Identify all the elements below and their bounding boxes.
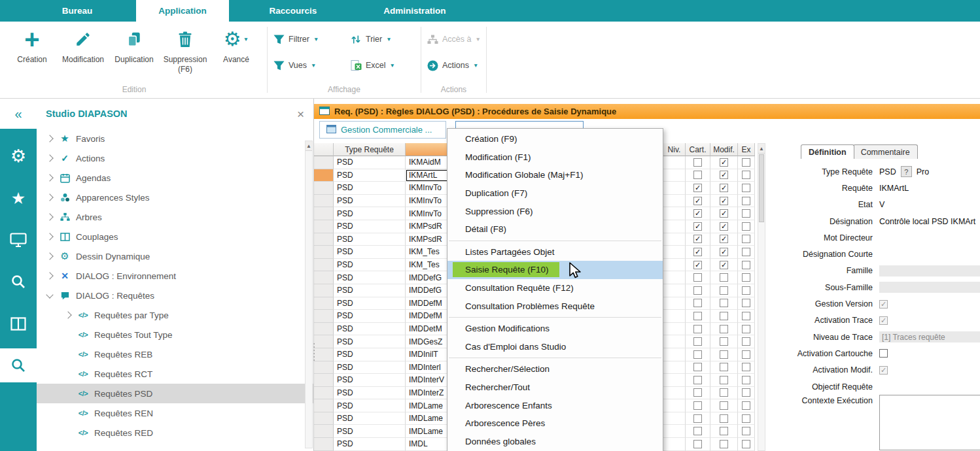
menu-item-modification-f1[interactable]: Modification (F1) [447,148,663,167]
cell-ex[interactable] [738,156,755,169]
activity-search-icon[interactable] [0,348,37,382]
row-selector[interactable] [314,335,334,348]
cell-ex[interactable] [738,169,755,182]
checkbox[interactable] [720,286,728,295]
cell-modif[interactable] [710,438,738,451]
chevron-right-icon[interactable] [46,213,53,220]
row-selector[interactable] [314,438,334,451]
checkbox[interactable] [742,261,750,269]
checkbox[interactable] [693,325,702,333]
column-header-type-requete[interactable]: Type Requête [334,143,406,156]
checkbox[interactable] [742,376,750,384]
cell-type-requete[interactable]: PSD [334,207,406,220]
tree-item-dessin-dynamique[interactable]: ⚙Dessin Dynamique [37,246,313,266]
cell-cartouche[interactable]: ✓ [686,195,710,208]
cell-type-requete[interactable]: PSD [334,374,406,387]
column-header-selector[interactable] [314,143,334,156]
cell-niv[interactable] [663,348,686,361]
menu-item-consultation-requete-f12[interactable]: Consultation Requête (F12) [447,279,663,297]
cell-type-requete[interactable]: PSD [334,233,406,246]
chevron-right-icon[interactable] [64,311,71,318]
cell-type-requete[interactable]: PSD [334,271,406,284]
chevron-right-icon[interactable] [46,252,53,259]
checkbox[interactable] [720,427,728,435]
cell-cartouche[interactable] [686,374,710,387]
checkbox[interactable] [742,440,750,448]
cell-cartouche[interactable] [686,156,710,169]
checkbox[interactable] [693,401,702,410]
tab-commentaire[interactable]: Commentaire [853,144,918,159]
cell-type-requete[interactable]: PSD [334,323,406,336]
vues-button[interactable]: Vues ▼ [273,58,346,73]
cell-cartouche[interactable]: ✓ [686,233,710,246]
menubar-tab-application[interactable]: Application [136,0,229,22]
field-value[interactable]: V [879,200,884,209]
tree-item-favoris[interactable]: ★Favoris [37,129,313,148]
chevron-right-icon[interactable] [46,154,53,161]
row-selector[interactable] [314,195,334,208]
cell-ex[interactable] [738,387,755,400]
checkbox[interactable]: ✓ [720,222,728,231]
cell-cartouche[interactable] [686,271,710,284]
cell-cartouche[interactable]: ✓ [686,182,710,195]
cell-modif[interactable] [710,284,738,297]
cell-ex[interactable] [738,195,755,208]
column-header-ex[interactable]: Ex [738,143,755,156]
cell-type-requete[interactable]: PSD [334,438,406,451]
cell-niv[interactable] [663,297,686,310]
cell-niv[interactable] [663,169,686,182]
scroll-up-icon[interactable]: ▲ [758,144,765,154]
cell-ex[interactable] [738,412,755,426]
cell-ex[interactable] [738,233,755,246]
checkbox[interactable] [742,401,750,410]
help-button[interactable]: ? [901,166,912,177]
cell-cartouche[interactable] [686,387,710,400]
checkbox[interactable] [742,312,750,320]
menu-item-rechercher-selection[interactable]: Rechercher/Sélection [447,360,663,378]
chevron-right-icon[interactable] [46,233,53,240]
field-value[interactable]: IKMArtL [879,184,909,193]
cell-modif[interactable] [710,271,738,284]
row-selector[interactable] [314,310,334,323]
checkbox[interactable] [742,171,750,179]
cell-niv[interactable] [663,246,686,259]
cell-modif[interactable]: ✓ [710,156,738,169]
menu-item-donnees-globales[interactable]: Données globales [447,433,663,451]
cell-cartouche[interactable] [686,335,710,348]
checkbox[interactable]: ✓ [693,261,702,269]
tree-item-couplages[interactable]: Couplages [37,227,313,246]
menu-item-listes-partagees-objet[interactable]: Listes Partagées Objet [447,243,663,261]
chevron-right-icon[interactable] [46,193,53,201]
cell-modif[interactable] [710,374,738,387]
menubar-tab-administration[interactable]: Administration [360,0,469,22]
tree-item-dialog-environnement[interactable]: ✕DIALOG : Environnement [37,266,313,286]
cell-type-requete[interactable]: PSD [334,310,406,323]
checkbox[interactable] [693,158,702,167]
cell-modif[interactable]: ✓ [710,259,738,272]
cell-ex[interactable] [738,335,755,348]
tree-item-actions[interactable]: ✓Actions [37,148,313,168]
cell-modif[interactable]: ✓ [710,220,738,233]
document-tab-gestion-commerciale[interactable]: Gestion Commerciale ... [319,121,446,139]
row-selector[interactable] [314,323,334,336]
chevron-down-icon[interactable]: ▼ [243,36,249,42]
cell-modif[interactable]: ✓ [710,195,738,208]
cell-niv[interactable] [663,310,686,323]
suppression-button[interactable]: Suppression(F6) [160,23,211,84]
checkbox[interactable] [720,299,728,307]
checkbox[interactable] [742,235,750,243]
cell-modif[interactable] [710,412,738,426]
cell-cartouche[interactable] [686,323,710,336]
cell-type-requete[interactable]: PSD [334,169,406,182]
cell-niv[interactable] [663,438,686,451]
cell-niv[interactable] [663,156,686,169]
tree-item-dialog-requetes[interactable]: DIALOG : Requêtes [37,286,313,305]
cell-modif[interactable] [710,323,738,336]
checkbox[interactable] [720,401,728,410]
cell-niv[interactable] [663,284,686,297]
cell-modif[interactable] [710,399,738,412]
checkbox[interactable]: ✓ [720,158,728,167]
tree-item-apparences-styles[interactable]: Apparences Styles [37,188,313,207]
checkbox[interactable] [693,299,702,307]
checkbox[interactable] [742,158,750,167]
